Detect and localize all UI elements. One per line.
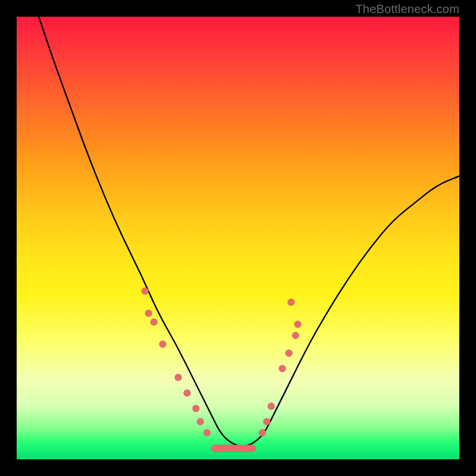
marker-dot	[175, 374, 182, 381]
marker-dot	[159, 341, 167, 348]
marker-dot	[142, 287, 149, 295]
marker-dot	[203, 429, 211, 436]
chart-plot-area	[17, 17, 459, 459]
marker-dot	[268, 403, 275, 410]
chart-svg	[17, 17, 459, 459]
marker-dot	[197, 418, 204, 425]
marker-dot	[259, 429, 266, 436]
marker-dot	[183, 389, 190, 396]
bottleneck-curve	[39, 17, 459, 446]
marker-dot	[278, 365, 286, 372]
marker-dot	[294, 321, 301, 328]
marker-flat-bar	[211, 444, 255, 452]
marker-dot	[151, 318, 158, 325]
marker-dot	[263, 418, 270, 425]
marker-dots-group	[142, 287, 302, 436]
marker-dot	[192, 405, 199, 412]
marker-dot	[292, 332, 299, 339]
marker-dot	[286, 349, 293, 356]
marker-dot	[145, 309, 152, 317]
attribution-text: TheBottleneck.com	[355, 2, 459, 16]
marker-dot	[287, 299, 295, 306]
